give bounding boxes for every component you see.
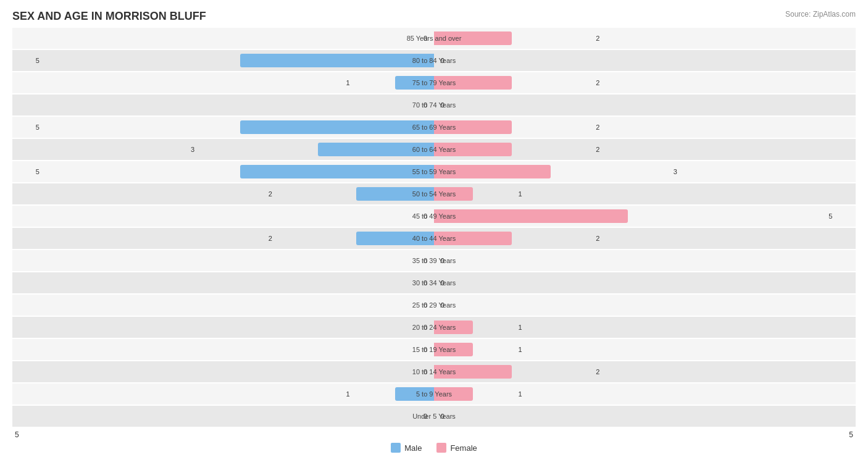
left-side bbox=[12, 117, 434, 138]
bar-row: 50 to 54 Years 2 1 bbox=[12, 183, 856, 204]
female-swatch bbox=[436, 443, 446, 453]
right-side bbox=[434, 250, 856, 271]
right-side bbox=[434, 228, 856, 249]
male-bar bbox=[356, 232, 434, 245]
female-label: Female bbox=[450, 443, 477, 453]
male-bar bbox=[240, 165, 434, 178]
right-side bbox=[434, 94, 856, 115]
female-value: 0 bbox=[441, 413, 444, 420]
legend-female: Female bbox=[436, 443, 477, 453]
male-bar bbox=[356, 187, 434, 201]
right-side bbox=[434, 72, 856, 93]
female-value: 0 bbox=[441, 257, 444, 264]
bar-row: 40 to 44 Years 2 2 bbox=[12, 228, 856, 249]
male-value: 0 bbox=[424, 301, 427, 309]
right-side bbox=[434, 361, 856, 382]
male-value: 5 bbox=[36, 168, 40, 175]
left-side bbox=[12, 72, 434, 93]
female-bar bbox=[434, 31, 512, 45]
bar-row: 70 to 74 Years 0 0 bbox=[12, 94, 856, 115]
left-side bbox=[12, 94, 434, 115]
right-side bbox=[434, 295, 856, 316]
male-value: 0 bbox=[424, 35, 427, 42]
bar-row: 45 to 49 Years 0 5 bbox=[12, 206, 856, 227]
right-side bbox=[434, 339, 856, 360]
chart-title: SEX AND AGE IN MORRISON BLUFF bbox=[12, 10, 856, 23]
female-value: 5 bbox=[828, 212, 832, 220]
right-side bbox=[434, 206, 856, 227]
male-label: Male bbox=[404, 443, 422, 453]
female-value: 2 bbox=[596, 235, 599, 242]
bar-row: 20 to 24 Years 0 1 bbox=[12, 317, 856, 338]
female-bar bbox=[434, 387, 473, 401]
left-side bbox=[12, 161, 434, 182]
female-bar bbox=[434, 187, 473, 201]
chart-area: 85 Years and over 0 2 80 to 84 Years 5 0… bbox=[12, 28, 856, 427]
male-bar bbox=[240, 54, 434, 67]
axis-row: 5 5 bbox=[12, 430, 856, 439]
left-side bbox=[12, 206, 434, 227]
female-value: 1 bbox=[519, 324, 522, 331]
male-value: 5 bbox=[36, 124, 40, 131]
female-value: 2 bbox=[596, 35, 599, 42]
male-value: 0 bbox=[424, 257, 427, 264]
male-value: 1 bbox=[346, 390, 349, 398]
male-value: 1 bbox=[346, 79, 349, 86]
bar-row: 85 Years and over 0 2 bbox=[12, 28, 856, 49]
bar-row: 10 to 14 Years 0 2 bbox=[12, 361, 856, 382]
male-bar bbox=[395, 387, 434, 401]
female-value: 0 bbox=[441, 301, 444, 309]
left-side bbox=[12, 339, 434, 360]
male-value: 0 bbox=[424, 346, 427, 353]
female-value: 2 bbox=[596, 124, 599, 131]
left-side bbox=[12, 295, 434, 316]
male-value: 0 bbox=[424, 212, 427, 220]
female-value: 0 bbox=[441, 279, 444, 287]
male-value: 0 bbox=[424, 368, 427, 375]
female-value: 0 bbox=[441, 101, 444, 109]
female-value: 1 bbox=[519, 390, 522, 398]
male-swatch bbox=[391, 443, 401, 453]
left-side bbox=[12, 384, 434, 405]
female-bar bbox=[434, 232, 512, 245]
male-value: 2 bbox=[269, 235, 272, 242]
male-bar bbox=[395, 76, 434, 90]
male-value: 0 bbox=[424, 101, 427, 109]
female-bar bbox=[434, 343, 473, 356]
male-bar bbox=[318, 143, 435, 156]
bar-row: 30 to 34 Years 0 0 bbox=[12, 272, 856, 293]
male-value: 0 bbox=[424, 413, 427, 420]
right-side bbox=[434, 139, 856, 160]
bar-row: 65 to 69 Years 5 2 bbox=[12, 117, 856, 138]
bar-row: 80 to 84 Years 5 0 bbox=[12, 50, 856, 71]
left-side bbox=[12, 28, 434, 49]
male-value: 0 bbox=[424, 279, 427, 287]
bar-row: 60 to 64 Years 3 2 bbox=[12, 139, 856, 160]
axis-right: 5 bbox=[434, 430, 856, 439]
left-side bbox=[12, 406, 434, 427]
left-side bbox=[12, 139, 434, 160]
female-value: 1 bbox=[519, 346, 522, 353]
right-side bbox=[434, 406, 856, 427]
male-value: 5 bbox=[36, 57, 40, 64]
right-side bbox=[434, 272, 856, 293]
left-side bbox=[12, 272, 434, 293]
bar-row: 25 to 29 Years 0 0 bbox=[12, 295, 856, 316]
right-side bbox=[434, 183, 856, 204]
female-value: 2 bbox=[596, 146, 599, 153]
right-side bbox=[434, 161, 856, 182]
male-bar bbox=[240, 120, 434, 134]
female-bar bbox=[434, 76, 512, 90]
right-side bbox=[434, 117, 856, 138]
female-bar bbox=[434, 209, 628, 223]
female-bar bbox=[434, 365, 512, 379]
bar-row: 5 to 9 Years 1 1 bbox=[12, 384, 856, 405]
bar-row: 55 to 59 Years 5 3 bbox=[12, 161, 856, 182]
male-value: 0 bbox=[424, 324, 427, 331]
bar-row: 15 to 19 Years 0 1 bbox=[12, 339, 856, 360]
left-side bbox=[12, 228, 434, 249]
axis-left: 5 bbox=[12, 430, 434, 439]
female-value: 2 bbox=[596, 368, 599, 375]
legend-male: Male bbox=[391, 443, 422, 453]
female-bar bbox=[434, 165, 551, 178]
